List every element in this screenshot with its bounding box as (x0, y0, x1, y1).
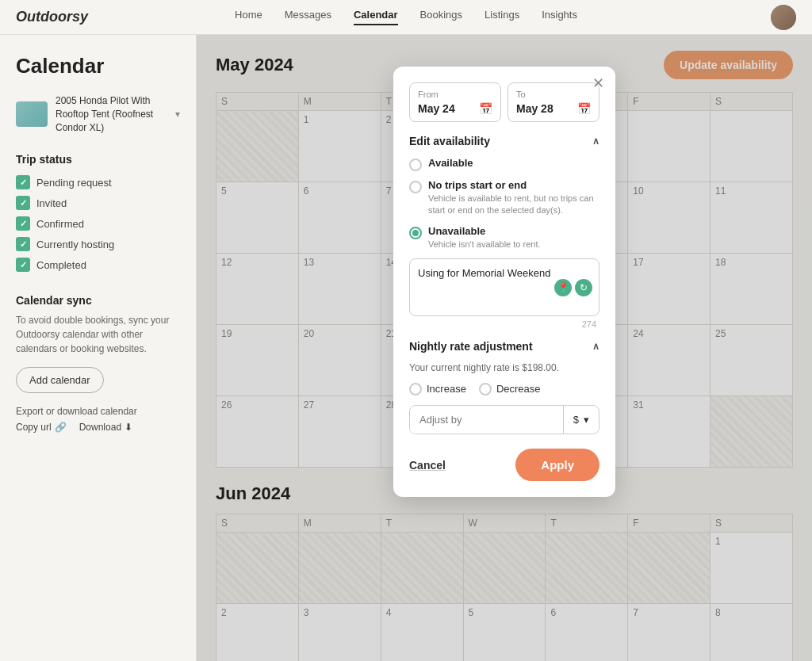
status-item-invited: Invited (16, 196, 180, 210)
currency-chevron-icon: ▾ (584, 414, 589, 426)
radio-text-available: Available (428, 157, 473, 169)
decrease-radio[interactable]: Decrease (479, 381, 541, 395)
status-label-confirmed: Confirmed (36, 218, 84, 230)
check-icon-invited (16, 196, 30, 210)
radio-label-unavailable: Unavailable (428, 225, 541, 237)
radio-label-no-trips: No trips start or end (428, 179, 599, 191)
check-icon-pending (16, 175, 30, 189)
calendar-to-icon: 📅 (577, 102, 591, 115)
char-count: 274 (409, 319, 599, 329)
rate-options: Increase Decrease (409, 381, 599, 395)
link-icon: 🔗 (55, 422, 67, 433)
layout: Calendar 2005 Honda Pilot With Rooftop T… (0, 35, 812, 661)
date-range-selector: From May 24 📅 To May 28 📅 (409, 82, 599, 122)
refresh-icon: ↻ (575, 279, 592, 296)
nightly-chevron-up-icon: ∧ (592, 341, 599, 352)
edit-availability-label: Edit availability (409, 135, 490, 147)
radio-unavailable[interactable]: Unavailable Vehicle isn't available to r… (409, 225, 599, 250)
calendar-sync-section: Calendar sync To avoid double bookings, … (16, 294, 180, 433)
vehicle-thumbnail (16, 101, 48, 127)
status-label-hosting: Currently hosting (36, 239, 114, 250)
status-list: Pending request Invited Confirmed Curren… (16, 175, 180, 272)
radio-circle-decrease (479, 383, 492, 395)
note-area: 📍 ↻ (409, 258, 599, 316)
status-label-completed: Completed (36, 259, 86, 271)
download-link[interactable]: Download ⬇ (79, 422, 132, 433)
sidebar: Calendar 2005 Honda Pilot With Rooftop T… (0, 35, 197, 661)
from-label: From (418, 90, 492, 99)
pin-icon: 📍 (554, 279, 572, 296)
increase-radio[interactable]: Increase (409, 381, 466, 395)
vehicle-selector[interactable]: 2005 Honda Pilot With Rooftop Tent (Roof… (16, 94, 180, 134)
radio-desc-no-trips: Vehicle is available to rent, but no tri… (428, 193, 599, 217)
status-item-completed: Completed (16, 258, 180, 272)
calendar-sync-title: Calendar sync (16, 294, 180, 307)
nightly-rate-label: Nightly rate adjustment (409, 340, 533, 353)
main-content: May 2024 Update availability S M T W T F… (197, 35, 812, 661)
availability-modal: ✕ From May 24 📅 To May 28 📅 (393, 67, 615, 497)
to-label: To (516, 90, 591, 99)
avatar[interactable] (771, 5, 796, 30)
copy-download-row: Copy url 🔗 Download ⬇ (16, 422, 180, 433)
nav-listings[interactable]: Listings (485, 9, 519, 25)
nav-insights[interactable]: Insights (542, 9, 577, 25)
currency-dropdown[interactable]: $ ▾ (563, 406, 599, 434)
check-icon-confirmed (16, 216, 30, 231)
copy-url-link[interactable]: Copy url 🔗 (16, 422, 67, 433)
status-item-hosting: Currently hosting (16, 237, 180, 251)
modal-footer: Cancel Apply (409, 449, 599, 481)
export-label: Export or download calendar (16, 406, 180, 417)
status-item-pending: Pending request (16, 175, 180, 189)
brand-logo: Outdoorsy (16, 9, 88, 25)
radio-circle-unavailable (409, 227, 422, 239)
apply-button[interactable]: Apply (515, 449, 599, 481)
adjust-row: $ ▾ (409, 405, 599, 434)
calendar-from-icon: 📅 (479, 102, 492, 115)
vehicle-name: 2005 Honda Pilot With Rooftop Tent (Roof… (56, 94, 167, 134)
chevron-down-icon: ▾ (175, 109, 180, 120)
calendar-sync-desc: To avoid double bookings, sync your Outd… (16, 313, 180, 356)
nav-messages[interactable]: Messages (285, 9, 331, 25)
to-date-box[interactable]: To May 28 📅 (508, 82, 599, 122)
nav-calendar[interactable]: Calendar (354, 9, 398, 25)
nav-links: Home Messages Calendar Bookings Listings… (235, 9, 577, 25)
decrease-label: Decrease (496, 383, 541, 395)
to-date-value: May 28 (516, 102, 553, 115)
sidebar-title: Calendar (16, 54, 180, 78)
edit-availability-header: Edit availability ∧ (409, 135, 599, 147)
radio-available[interactable]: Available (409, 157, 599, 171)
nav-bookings[interactable]: Bookings (420, 9, 462, 25)
radio-desc-unavailable: Vehicle isn't available to rent. (428, 239, 541, 250)
modal-close-button[interactable]: ✕ (592, 76, 604, 90)
status-label-pending: Pending request (36, 177, 112, 189)
from-date-box[interactable]: From May 24 📅 (409, 82, 501, 122)
cancel-button[interactable]: Cancel (409, 459, 446, 472)
radio-text-unavailable: Unavailable Vehicle isn't available to r… (428, 225, 541, 250)
nav-home[interactable]: Home (235, 9, 262, 25)
top-nav: Outdoorsy Home Messages Calendar Booking… (0, 0, 812, 35)
add-calendar-button[interactable]: Add calendar (16, 367, 104, 393)
nightly-rate-header: Nightly rate adjustment ∧ (409, 340, 599, 353)
radio-no-trips[interactable]: No trips start or end Vehicle is availab… (409, 179, 599, 217)
download-icon: ⬇ (124, 422, 132, 433)
radio-text-no-trips: No trips start or end Vehicle is availab… (428, 179, 599, 217)
trip-status-title: Trip status (16, 153, 180, 166)
status-item-confirmed: Confirmed (16, 216, 180, 231)
from-date-value: May 24 (418, 102, 455, 115)
radio-circle-increase (409, 383, 422, 395)
check-icon-completed (16, 258, 30, 272)
radio-circle-no-trips (409, 181, 422, 193)
modal-overlay: ✕ From May 24 📅 To May 28 📅 (197, 35, 812, 661)
nightly-rate-desc: Your current nightly rate is $198.00. (409, 362, 599, 373)
chevron-up-icon: ∧ (592, 136, 599, 147)
radio-label-available: Available (428, 157, 473, 169)
adjust-input[interactable] (410, 406, 563, 434)
trip-status-section: Trip status Pending request Invited Conf… (16, 153, 180, 272)
increase-label: Increase (427, 383, 466, 395)
check-icon-hosting (16, 237, 30, 251)
status-label-invited: Invited (36, 197, 67, 209)
radio-circle-available (409, 159, 422, 171)
currency-symbol: $ (573, 414, 579, 426)
note-actions: 📍 ↻ (554, 279, 592, 296)
